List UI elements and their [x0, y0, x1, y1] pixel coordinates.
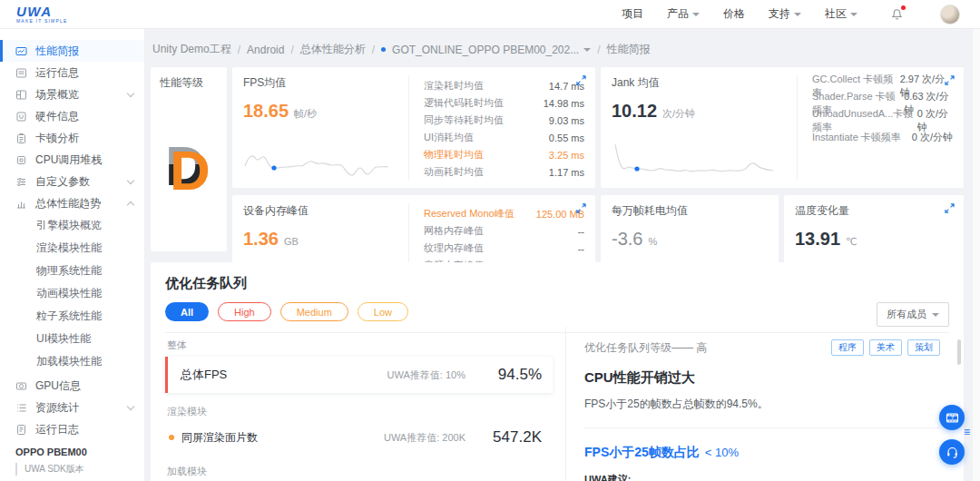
filter-high-pill[interactable]: High [218, 302, 271, 321]
sidebar-item-scene-overview[interactable]: 场景概览 [0, 83, 144, 105]
sidebar-item-overall-trend[interactable]: 总体性能趋势 [0, 192, 144, 214]
task-item-value: 547.2K [466, 428, 542, 447]
sidebar-subitem-engine-module[interactable]: 引擎模块概览 [0, 214, 144, 237]
sidebar-subitem-loading-module[interactable]: 加载模块性能 [0, 350, 144, 373]
temperature-card-title: 温度变化量 [795, 203, 953, 219]
customer-support-fab[interactable] [939, 439, 965, 465]
nav-products[interactable]: 产品 [667, 6, 700, 22]
help-video-fab[interactable]: ? [939, 405, 965, 430]
jank-metric-list: GC.Collect 卡顿频率2.97 次/分钟 Shader.Parse 卡顿… [797, 75, 953, 181]
fps-sparkline [243, 142, 390, 181]
sidebar-item-run-log[interactable]: 运行日志 [0, 418, 144, 440]
memory-unit: GB [284, 236, 299, 247]
role-tags: 程序 美术 策划 [831, 339, 940, 356]
breadcrumb-platform[interactable]: Android [247, 44, 284, 56]
panel-scrollbar-thumb[interactable] [957, 339, 961, 365]
chevron-down-icon [127, 176, 134, 183]
run-log-icon [15, 424, 27, 436]
chevron-up-icon [127, 201, 134, 208]
members-filter-button[interactable]: 所有成员 [877, 302, 949, 327]
breadcrumb-project[interactable]: Unity Demo工程 [152, 42, 231, 57]
notification-bell-icon[interactable] [890, 7, 904, 21]
sidebar-subitem-animation-module[interactable]: 动画模块性能 [0, 282, 144, 305]
task-item-render-faces[interactable]: 同屏渲染面片数 UWA推荐值: 200K 547.2K [165, 423, 553, 452]
temperature-unit: ℃ [846, 236, 857, 248]
sdk-version-link[interactable]: UWA SDK版本 [15, 463, 144, 476]
jank-card-title: Jank 均值 [612, 75, 784, 91]
breadcrumb: Unity Demo工程/ Android/ 总体性能分析/ GOT_ONLIN… [145, 29, 980, 67]
device-name: OPPO PBEM00 [15, 447, 144, 457]
tag-program: 程序 [831, 339, 864, 356]
logo-text: UWA [16, 5, 67, 18]
sidebar-item-resource-stats[interactable]: 资源统计 [0, 397, 144, 418]
fab-menu-icon[interactable]: ≡ [964, 427, 970, 437]
task-item-overall-fps[interactable]: 总体FPS UWA推荐值: 10% 94.5% [165, 357, 553, 393]
expand-icon[interactable] [576, 203, 586, 213]
fps-card-title: FPS均值 [243, 75, 396, 91]
chevron-down-icon [850, 13, 858, 16]
uwa-recommended-value: UWA推荐值: 200K [358, 431, 466, 445]
metric-row-highlighted: 物理耗时均值3.25 ms [424, 146, 584, 163]
expand-icon[interactable] [576, 75, 586, 85]
chevron-down-icon [127, 402, 134, 409]
top-header: UWA MAKE IT SIMPLE 项目 产品 价格 支持 社区 [0, 0, 980, 29]
tag-design: 策划 [907, 339, 940, 356]
gpu-info-icon [15, 380, 27, 392]
expand-icon[interactable] [945, 203, 955, 213]
metric-row: UnloadUnusedA...卡顿频率0 次/分钟 [812, 112, 953, 129]
metric-row: 同步等待耗时均值9.03 ms [424, 112, 584, 129]
notification-dot [901, 5, 906, 10]
task-queue-title: 优化任务队列 [165, 275, 949, 292]
metric-row: 网格内存峰值-- [424, 222, 584, 240]
jank-value: 10.12 [612, 101, 657, 122]
temperature-value: 13.91 [795, 229, 840, 250]
page-scrollbar-track[interactable] [973, 29, 980, 481]
power-card-title: 每万帧耗电均值 [612, 203, 768, 219]
filter-medium-pill[interactable]: Medium [280, 302, 348, 321]
chevron-down-icon [583, 48, 591, 52]
run-info-icon [15, 67, 27, 79]
metric-row-highlighted: Reserved Mono峰值125.00 MB [424, 205, 584, 222]
overall-trend-icon [15, 198, 27, 210]
uwa-logo[interactable]: UWA MAKE IT SIMPLE [16, 5, 67, 24]
jank-unit: 次/分钟 [662, 107, 695, 121]
sidebar-item-stutter-analysis[interactable]: 卡顿分析 [0, 127, 144, 149]
uwa-advice-label: UWA建议: [584, 473, 940, 481]
scene-overview-icon [15, 89, 27, 101]
stutter-analysis-icon [15, 133, 27, 144]
filter-all-pill[interactable]: All [165, 302, 209, 321]
hardware-info-icon [15, 111, 27, 123]
main-content: Unity Demo工程/ Android/ 总体性能分析/ GOT_ONLIN… [145, 29, 980, 481]
breadcrumb-analysis-type[interactable]: 总体性能分析 [300, 42, 366, 57]
tag-art: 美术 [869, 339, 902, 356]
cpu-callstack-icon [15, 154, 27, 166]
report-status-dot [381, 47, 386, 52]
task-queue-card: 优化任务队列 All High Medium Low 所有成员 整体 总体FPS [151, 262, 964, 481]
task-detail-panel: 优化任务队列等级—— 高 程序 美术 策划 CPU性能开销过大 FPS小于25的… [566, 327, 964, 481]
metric-detail-link[interactable]: FPS小于25帧数占比< 10% [584, 445, 940, 461]
nav-projects[interactable]: 项目 [622, 6, 643, 22]
sidebar-item-performance-report[interactable]: 性能简报 [0, 40, 144, 62]
expand-icon[interactable] [945, 75, 955, 85]
nav-community[interactable]: 社区 [825, 6, 858, 22]
nav-pricing[interactable]: 价格 [723, 6, 745, 22]
filter-low-pill[interactable]: Low [358, 302, 408, 321]
task-level-label: 优化任务队列等级—— 高 [584, 340, 707, 356]
user-avatar[interactable] [940, 5, 960, 25]
sidebar-item-hardware-info[interactable]: 硬件信息 [0, 105, 144, 127]
sidebar-item-gpu-info[interactable]: GPU信息 [0, 375, 144, 397]
fps-value: 18.65 [243, 101, 289, 122]
sidebar-item-cpu-callstack[interactable]: CPU调用堆栈 [0, 149, 144, 171]
sidebar-item-custom-params[interactable]: 自定义参数 [0, 171, 144, 192]
sidebar-subitem-render-module[interactable]: 渲染模块性能 [0, 237, 144, 260]
breadcrumb-report-selector[interactable]: GOT_ONLINE_OPPO PBEM00_202... [381, 44, 591, 56]
memory-card-title: 设备内存峰值 [243, 203, 396, 219]
custom-params-icon [15, 176, 27, 188]
sidebar-subitem-physics-module[interactable]: 物理系统性能 [0, 260, 144, 282]
sidebar-item-run-info[interactable]: 运行信息 [0, 62, 144, 83]
sidebar-subitem-particle-module[interactable]: 粒子系统性能 [0, 305, 144, 328]
fps-card: FPS均值 18.65 帧/秒 渲染耗时均值14.7 ms [232, 67, 595, 188]
sidebar-subitem-ui-module[interactable]: UI模块性能 [0, 328, 144, 350]
nav-support[interactable]: 支持 [769, 6, 801, 22]
chevron-down-icon [692, 13, 700, 16]
